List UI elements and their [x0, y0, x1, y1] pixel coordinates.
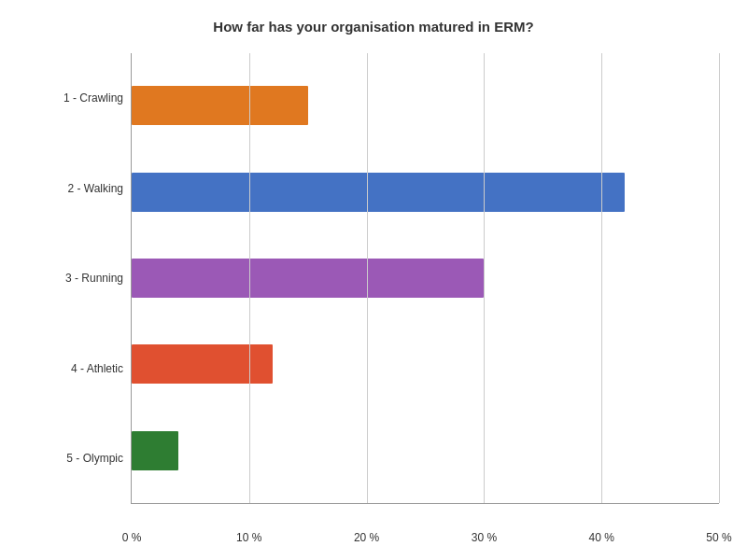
bar-row — [132, 254, 719, 302]
bar — [132, 431, 178, 470]
y-label: 2 - Walking — [28, 182, 123, 195]
grid-line — [484, 53, 485, 503]
y-label: 3 - Running — [28, 272, 123, 285]
grid-line — [367, 53, 368, 503]
bar-rows — [132, 53, 719, 503]
x-tick-label: 0 % — [122, 531, 142, 544]
x-tick-label: 30 % — [472, 531, 497, 544]
bar — [132, 259, 484, 298]
grid-line — [601, 53, 602, 503]
bar — [132, 86, 308, 125]
y-label: 5 - Olympic — [28, 452, 123, 465]
bar-row — [132, 427, 719, 475]
grid-line — [249, 53, 250, 503]
grid-line — [719, 53, 720, 503]
y-label: 1 - Crawling — [28, 91, 123, 105]
bar — [132, 344, 273, 384]
plot-area: 0 %10 %20 %30 %40 %50 % — [131, 53, 719, 504]
x-tick-label: 40 % — [589, 531, 614, 544]
y-label: 4 - Athletic — [28, 362, 123, 375]
chart-title: How far has your organisation matured in… — [28, 19, 719, 35]
bar-row — [132, 81, 719, 130]
x-tick-label: 10 % — [236, 531, 261, 544]
chart-area: 1 - Crawling2 - Walking3 - Running4 - At… — [28, 53, 719, 504]
y-labels: 1 - Crawling2 - Walking3 - Running4 - At… — [28, 53, 131, 504]
x-tick-label: 50 % — [706, 531, 731, 544]
bar-row — [132, 340, 719, 388]
bar — [132, 173, 625, 212]
chart-container: How far has your organisation matured in… — [0, 0, 747, 560]
bar-row — [132, 168, 719, 217]
x-tick-label: 20 % — [354, 531, 379, 544]
